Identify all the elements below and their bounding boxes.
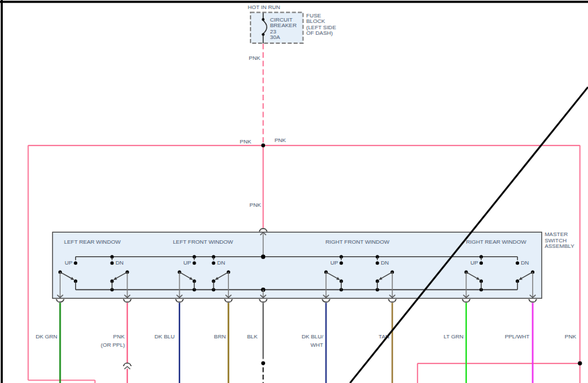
svg-text:UP: UP	[331, 260, 338, 266]
svg-text:RIGHT FRONT WINDOW: RIGHT FRONT WINDOW	[326, 239, 390, 245]
svg-text:BLK: BLK	[247, 334, 258, 340]
svg-text:PNK: PNK	[240, 139, 252, 145]
svg-text:DN: DN	[381, 260, 389, 266]
svg-text:DK GRN: DK GRN	[35, 334, 57, 340]
svg-text:OF DASH): OF DASH)	[306, 30, 333, 36]
svg-text:PNK: PNK	[113, 334, 125, 340]
svg-text:PNK: PNK	[275, 137, 287, 143]
svg-text:DK BLU: DK BLU	[154, 334, 175, 340]
svg-text:30A: 30A	[270, 34, 280, 40]
svg-text:LT GRN: LT GRN	[443, 334, 463, 340]
svg-text:DN: DN	[521, 260, 530, 266]
svg-text:SWITCH: SWITCH	[545, 237, 567, 244]
svg-text:UP: UP	[184, 260, 191, 266]
svg-text:DN: DN	[217, 260, 225, 266]
svg-text:UP: UP	[470, 260, 478, 266]
svg-text:(OR PPL): (OR PPL)	[101, 342, 125, 348]
svg-text:MASTER: MASTER	[545, 231, 569, 237]
svg-text:PPL/WHT: PPL/WHT	[504, 334, 530, 340]
svg-text:DK BLU/: DK BLU/	[301, 334, 324, 340]
svg-text:LEFT FRONT WINDOW: LEFT FRONT WINDOW	[173, 239, 233, 245]
svg-text:UP: UP	[65, 260, 72, 266]
svg-text:PNK: PNK	[250, 202, 262, 208]
svg-text:RIGHT REAR WINDOW: RIGHT REAR WINDOW	[466, 239, 527, 245]
svg-text:PNK: PNK	[565, 334, 577, 340]
svg-text:LEFT REAR WINDOW: LEFT REAR WINDOW	[64, 239, 121, 245]
svg-text:ASSEMBLY: ASSEMBLY	[545, 243, 575, 249]
svg-text:PNK: PNK	[249, 55, 261, 61]
svg-text:WHT: WHT	[310, 342, 323, 348]
svg-text:BRN: BRN	[214, 334, 226, 340]
svg-text:DN: DN	[116, 260, 124, 266]
svg-text:HOT IN RUN: HOT IN RUN	[248, 4, 280, 10]
